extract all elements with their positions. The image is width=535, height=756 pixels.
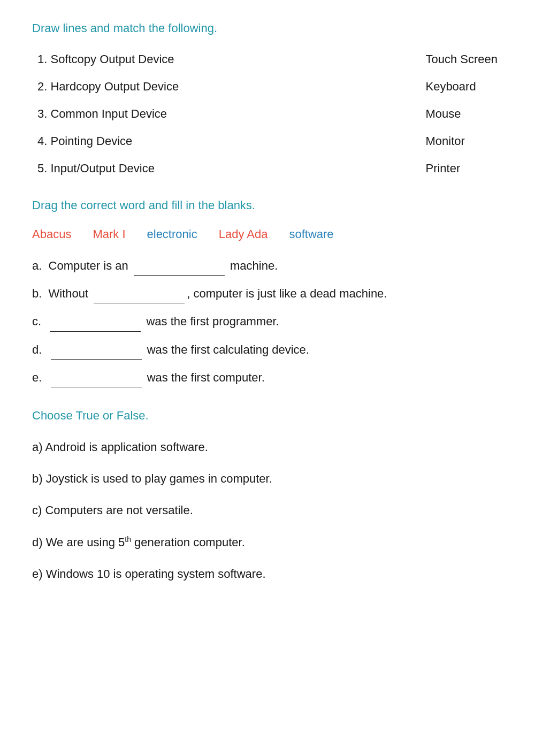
match-right-column: Touch ScreenKeyboardMouseMonitorPrinter: [425, 50, 498, 177]
fill-blank-section: Drag the correct word and fill in the bl…: [32, 198, 503, 387]
match-right-item-2: Keyboard: [425, 78, 498, 95]
blank-b[interactable]: [94, 284, 185, 303]
tf-item-d: d) We are using 5th generation computer.: [32, 533, 503, 552]
drag-words-container: Abacus Mark I electronic Lady Ada softwa…: [32, 227, 503, 241]
blank-a[interactable]: [134, 256, 225, 276]
true-false-title: Choose True or False.: [32, 409, 503, 423]
match-left-item-4: 4. Pointing Device: [37, 132, 179, 150]
match-left-item-2: 2. Hardcopy Output Device: [37, 78, 179, 95]
match-left-item-3: 3. Common Input Device: [37, 105, 179, 123]
tf-item-e: e) Windows 10 is operating system softwa…: [32, 564, 503, 583]
match-section: Draw lines and match the following. 1. S…: [32, 21, 503, 177]
fill-d-label: d. was the first calculating device.: [32, 343, 309, 356]
fill-e-label: e. was the first computer.: [32, 371, 265, 384]
blank-e[interactable]: [51, 368, 142, 387]
match-right-item-3: Mouse: [425, 105, 498, 123]
tf-item-b: b) Joystick is used to play games in com…: [32, 469, 503, 488]
blank-c[interactable]: [50, 312, 141, 331]
drag-word-mark1[interactable]: Mark I: [93, 227, 125, 241]
match-title: Draw lines and match the following.: [32, 21, 503, 35]
fill-a-label: a. Computer is an machine.: [32, 259, 278, 272]
drag-word-electronic[interactable]: electronic: [147, 227, 197, 241]
tf-item-c: c) Computers are not versatile.: [32, 501, 503, 520]
fill-b-label: b. Without , computer is just like a dea…: [32, 287, 387, 300]
match-container: 1. Softcopy Output Device2. Hardcopy Out…: [32, 50, 503, 177]
tf-item-a: a) Android is application software.: [32, 438, 503, 456]
fill-blank-title: Drag the correct word and fill in the bl…: [32, 198, 503, 212]
fill-items-container: a. Computer is an machine. b. Without , …: [32, 256, 503, 387]
fill-item-e: e. was the first computer.: [32, 368, 503, 387]
match-right-item-1: Touch Screen: [425, 50, 498, 68]
fill-item-d: d. was the first calculating device.: [32, 340, 503, 360]
match-left-item-1: 1. Softcopy Output Device: [37, 50, 179, 68]
match-right-item-5: Printer: [425, 159, 498, 177]
match-left-item-5: 5. Input/Output Device: [37, 159, 179, 177]
blank-d[interactable]: [51, 340, 142, 360]
fill-item-c: c. was the first programmer.: [32, 312, 503, 331]
match-left-column: 1. Softcopy Output Device2. Hardcopy Out…: [37, 50, 179, 177]
match-right-item-4: Monitor: [425, 132, 498, 150]
drag-word-abacus[interactable]: Abacus: [32, 227, 71, 241]
fill-c-label: c. was the first programmer.: [32, 315, 279, 328]
drag-word-software[interactable]: software: [289, 227, 333, 241]
fill-item-a: a. Computer is an machine.: [32, 256, 503, 276]
drag-word-ladyada[interactable]: Lady Ada: [219, 227, 268, 241]
fill-item-b: b. Without , computer is just like a dea…: [32, 284, 503, 303]
true-false-items: a) Android is application software. b) J…: [32, 438, 503, 583]
true-false-section: Choose True or False. a) Android is appl…: [32, 409, 503, 583]
